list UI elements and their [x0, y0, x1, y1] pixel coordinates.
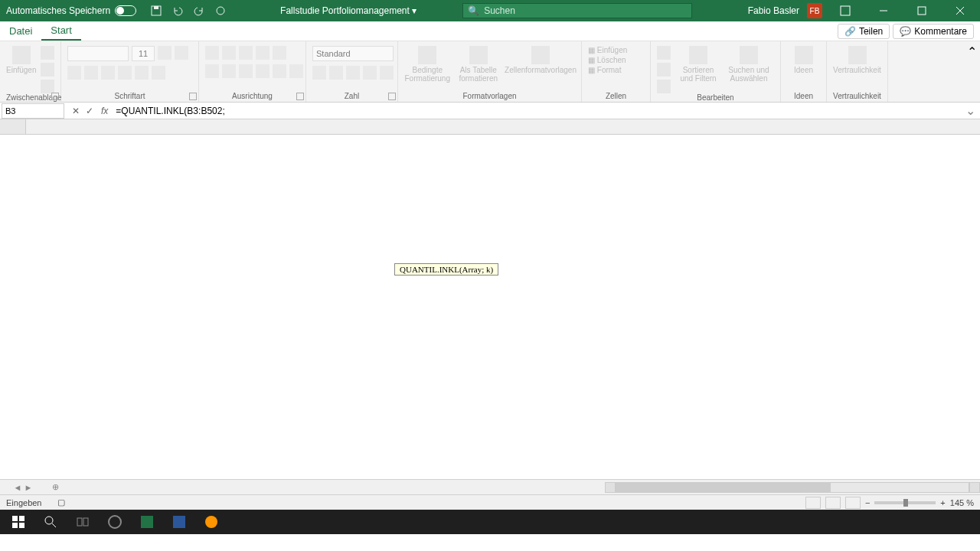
cut-icon[interactable]: [41, 46, 54, 60]
ideas-button[interactable]: Ideen: [787, 46, 820, 74]
font-name-combo[interactable]: [67, 46, 129, 61]
expand-formula-icon[interactable]: ⌄: [961, 103, 980, 118]
toggle-switch[interactable]: [115, 5, 136, 16]
sensitivity-button[interactable]: Vertraulichkeit: [833, 46, 881, 74]
document-title[interactable]: Fallstudie Portfoliomanagement ▾: [280, 5, 416, 16]
align-center-icon[interactable]: [222, 64, 236, 78]
collapse-ribbon-icon[interactable]: ⌃: [964, 41, 980, 102]
svg-rect-18: [173, 516, 185, 528]
firefox-taskbar-icon[interactable]: [196, 510, 227, 534]
decrease-font-icon[interactable]: [175, 46, 188, 60]
select-all-corner[interactable]: [0, 119, 26, 134]
number-format-combo[interactable]: Standard: [312, 46, 394, 61]
search-box[interactable]: 🔍 Suchen: [462, 3, 692, 18]
merge-icon[interactable]: [289, 64, 303, 78]
increase-font-icon[interactable]: [158, 46, 172, 60]
close-button[interactable]: [945, 0, 975, 21]
comments-button[interactable]: 💬 Kommentare: [893, 24, 974, 39]
insert-cells-button[interactable]: ▦ Einfügen: [588, 46, 627, 54]
align-middle-icon[interactable]: [222, 46, 236, 60]
page-layout-view-icon[interactable]: [825, 497, 841, 509]
excel-taskbar-icon[interactable]: [132, 510, 162, 534]
user-name[interactable]: Fabio Basler: [748, 5, 799, 16]
find-select-button[interactable]: Suchen und Auswählen: [726, 46, 772, 83]
wrap-text-icon[interactable]: [273, 46, 286, 60]
touch-icon[interactable]: [214, 5, 227, 17]
share-button[interactable]: 🔗 Teilen: [838, 24, 890, 39]
ribbon-mode-icon[interactable]: [830, 0, 861, 21]
conditional-formatting-button[interactable]: Bedingte Formatierung: [404, 46, 451, 83]
maximize-button[interactable]: [906, 0, 937, 21]
svg-rect-9: [19, 516, 24, 521]
orientation-icon[interactable]: [256, 46, 270, 60]
zoom-in-icon[interactable]: +: [940, 498, 945, 507]
scroll-right-icon[interactable]: [969, 482, 980, 493]
border-icon[interactable]: [118, 66, 132, 80]
zoom-out-icon[interactable]: −: [865, 498, 870, 507]
font-launcher[interactable]: [189, 93, 197, 100]
format-cells-button[interactable]: ▦ Format: [588, 66, 621, 74]
align-left-icon[interactable]: [205, 64, 219, 78]
svg-rect-10: [12, 523, 18, 528]
bold-icon[interactable]: [67, 66, 81, 80]
task-view-icon[interactable]: [67, 510, 98, 534]
format-as-table-button[interactable]: Als Tabelle formatieren: [456, 46, 502, 83]
page-break-view-icon[interactable]: [845, 497, 861, 509]
scroll-left-icon[interactable]: [605, 482, 616, 493]
autosave-toggle[interactable]: Automatisches Speichern: [0, 5, 142, 16]
name-box[interactable]: [2, 103, 64, 119]
user-avatar[interactable]: FB: [807, 3, 822, 18]
alignment-launcher[interactable]: [296, 93, 304, 100]
new-sheet-button[interactable]: ⊕: [46, 482, 65, 492]
cell-styles-button[interactable]: Zellenformatvorlagen: [506, 46, 575, 74]
titlebar: Automatisches Speichern Fallstudie Portf…: [0, 0, 980, 21]
cancel-formula-icon[interactable]: ✕: [72, 106, 80, 116]
tab-file[interactable]: Datei: [0, 21, 41, 41]
fill-color-icon[interactable]: [135, 66, 149, 80]
redo-icon[interactable]: [193, 5, 205, 17]
normal-view-icon[interactable]: [805, 497, 821, 509]
svg-rect-17: [141, 516, 153, 528]
copy-icon[interactable]: [41, 63, 54, 77]
horizontal-scrollbar[interactable]: [605, 482, 980, 493]
indent-decrease-icon[interactable]: [256, 64, 270, 78]
font-size-combo[interactable]: [132, 46, 155, 61]
clipboard-launcher[interactable]: [51, 93, 59, 100]
number-launcher[interactable]: [388, 93, 396, 100]
fill-icon[interactable]: [657, 63, 671, 77]
currency-icon[interactable]: [312, 66, 326, 80]
search-taskbar-icon[interactable]: [35, 510, 66, 534]
clear-icon[interactable]: [657, 80, 671, 93]
decrease-decimal-icon[interactable]: [380, 66, 394, 80]
spreadsheet-grid[interactable]: QUANTIL.INKL(Array; k): [0, 119, 980, 479]
zoom-slider[interactable]: [874, 501, 936, 504]
indent-increase-icon[interactable]: [273, 64, 286, 78]
increase-decimal-icon[interactable]: [363, 66, 377, 80]
underline-icon[interactable]: [101, 66, 115, 80]
align-right-icon[interactable]: [239, 64, 253, 78]
sheet-nav[interactable]: ◄ ►: [0, 483, 46, 492]
align-top-icon[interactable]: [205, 46, 219, 60]
align-bottom-icon[interactable]: [239, 46, 253, 60]
undo-icon[interactable]: [172, 5, 184, 17]
macro-record-icon[interactable]: ▢: [57, 497, 65, 507]
obs-icon[interactable]: [100, 510, 130, 534]
zoom-level[interactable]: 145 %: [950, 498, 974, 507]
paste-button[interactable]: Einfügen: [6, 46, 36, 74]
fx-icon[interactable]: fx: [101, 106, 113, 116]
tab-start[interactable]: Start: [41, 21, 80, 41]
formula-input[interactable]: =QUANTIL.INKL(B3:B502;: [113, 104, 961, 118]
start-button[interactable]: [3, 510, 34, 534]
format-painter-icon[interactable]: [41, 80, 54, 93]
autosum-icon[interactable]: [657, 46, 671, 60]
percent-icon[interactable]: [329, 66, 343, 80]
save-icon[interactable]: [150, 5, 162, 17]
minimize-button[interactable]: [868, 0, 899, 21]
sort-filter-button[interactable]: Sortieren und Filtern: [675, 46, 721, 83]
italic-icon[interactable]: [84, 66, 98, 80]
comma-icon[interactable]: [346, 66, 360, 80]
word-taskbar-icon[interactable]: [164, 510, 194, 534]
accept-formula-icon[interactable]: ✓: [86, 106, 93, 116]
font-color-icon[interactable]: [152, 66, 165, 80]
delete-cells-button[interactable]: ▦ Löschen: [588, 56, 626, 64]
